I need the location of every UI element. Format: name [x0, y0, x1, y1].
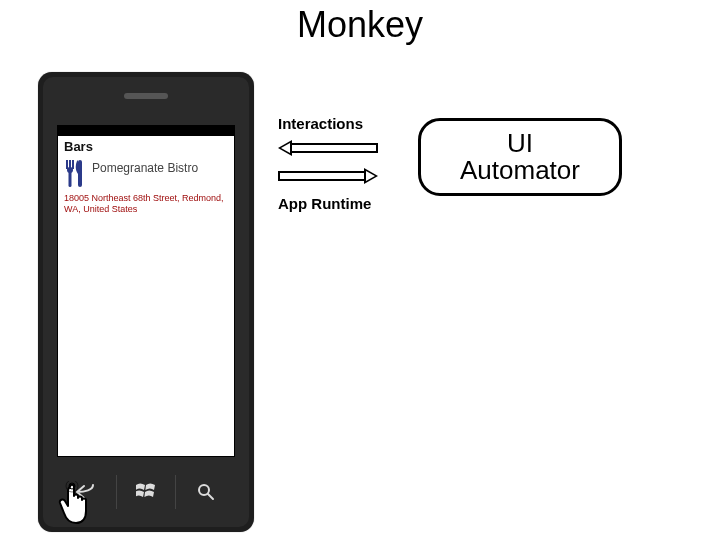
- ui-automator-box: UI Automator: [418, 118, 622, 196]
- svg-line-4: [208, 494, 213, 499]
- label-interactions: Interactions: [278, 115, 363, 132]
- fork-knife-icon: [64, 160, 86, 190]
- arrow-app-runtime: [278, 168, 378, 184]
- slide-title: Monkey: [0, 4, 720, 46]
- phone-screen[interactable]: Bars Pomegranate Bistro 18005 Northeast …: [57, 125, 235, 457]
- phone-body: Bars Pomegranate Bistro 18005 Northeast …: [43, 77, 249, 527]
- status-bar: [58, 126, 234, 136]
- listing-address: 18005 Northeast 68th Street, Redmond, WA…: [58, 192, 234, 215]
- listing-name: Pomegranate Bistro: [92, 160, 228, 174]
- svg-rect-2: [78, 160, 82, 187]
- home-button[interactable]: [116, 475, 176, 509]
- touch-hand-icon: [55, 481, 95, 527]
- label-app-runtime: App Runtime: [278, 195, 371, 212]
- ui-automator-label: UI Automator: [460, 130, 580, 185]
- earpiece: [124, 93, 168, 99]
- windows-logo-icon: [136, 483, 156, 501]
- search-icon: [197, 483, 215, 501]
- search-button[interactable]: [175, 475, 235, 509]
- arrow-interactions: [278, 140, 378, 156]
- screen-header: Bars: [58, 136, 234, 156]
- restaurant-listing[interactable]: Pomegranate Bistro: [58, 156, 234, 192]
- phone-frame: Bars Pomegranate Bistro 18005 Northeast …: [38, 72, 254, 532]
- svg-point-1: [67, 167, 73, 173]
